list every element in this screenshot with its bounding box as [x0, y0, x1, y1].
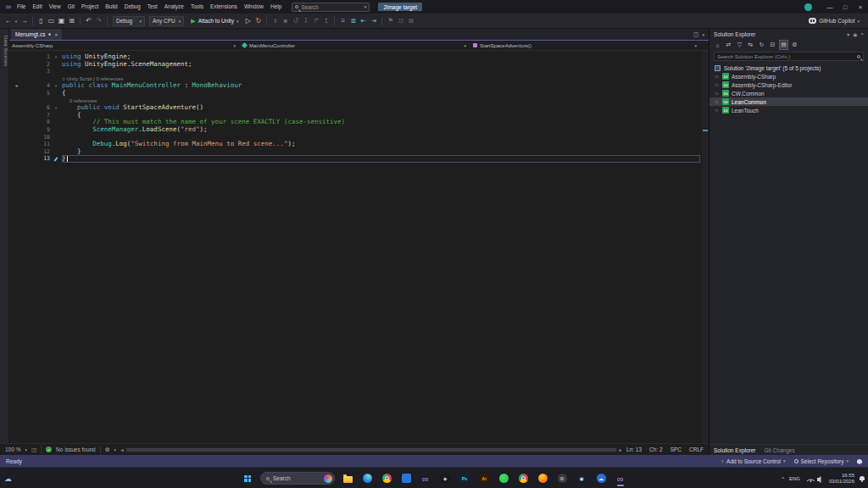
horizontal-scrollbar[interactable]: ◀ ▶ — [120, 447, 622, 452]
code-text[interactable] — [62, 68, 700, 75]
minimize-button[interactable]: — — [822, 0, 837, 14]
expand-chevron-icon[interactable]: ▷ — [715, 91, 720, 96]
chevron-down-icon[interactable]: ▾ — [14, 15, 19, 26]
step-over-icon[interactable]: ↱ — [311, 15, 320, 26]
document-outline-icon[interactable]: ◫ — [31, 446, 36, 453]
tab-menumgt-cs[interactable]: Menumgt.cs × — [11, 29, 62, 40]
code-text[interactable]: } — [62, 148, 700, 156]
step-out-icon[interactable]: ↥ — [321, 15, 331, 26]
fold-marker[interactable]: ▾ — [50, 104, 62, 112]
fold-marker[interactable]: ▾ — [50, 82, 62, 90]
tree-item-leantouch[interactable]: ▷C#LeanTouch — [709, 106, 868, 114]
menu-view[interactable]: View — [46, 0, 64, 14]
project-dropdown[interactable]: Assembly-CSharp ▾ — [12, 43, 242, 48]
expand-chevron-icon[interactable]: ▷ — [715, 82, 720, 87]
find-in-files-icon[interactable]: ≡ — [338, 15, 348, 26]
member-dropdown[interactable]: StartSpaceAdventure() ▾ — [473, 43, 704, 48]
type-dropdown[interactable]: MainMenuController ▾ — [242, 43, 473, 48]
health-status[interactable]: No issues found — [56, 446, 96, 452]
vscode-icon[interactable] — [399, 471, 413, 486]
firefox-icon[interactable] — [536, 471, 549, 486]
menu-window[interactable]: Window — [241, 0, 267, 14]
column-indicator[interactable]: Ch: 2 — [649, 446, 663, 452]
attach-to-unity-button[interactable]: ▶Attach to Unity▾ — [186, 18, 242, 25]
filter-icon[interactable]: ▽ — [736, 41, 743, 49]
expand-chevron-icon[interactable]: ▷ — [715, 99, 720, 104]
visual-studio-icon[interactable]: ∞ — [419, 471, 432, 486]
redo-icon[interactable]: ↷ — [94, 15, 103, 26]
new-file-icon[interactable]: ▯ — [36, 15, 46, 26]
undo-icon[interactable]: ↶ — [84, 15, 93, 26]
document-well-options-icon[interactable]: ▾ — [702, 32, 704, 37]
save-icon[interactable]: ▣ — [57, 15, 66, 26]
comment-selection-icon[interactable]: ⊡ — [396, 15, 405, 26]
select-repository-button[interactable]: Select Repository ▾ — [794, 458, 849, 464]
start-without-debugging-icon[interactable]: ▷ — [243, 15, 253, 26]
settings-gear-icon[interactable]: ⚙ — [555, 471, 569, 486]
github-copilot-button[interactable]: GitHub Copilot ▾ — [809, 18, 865, 24]
decrease-indent-icon[interactable]: ⇤ — [359, 15, 368, 26]
expand-chevron-icon[interactable]: ▷ — [715, 74, 720, 79]
solution-explorer-search[interactable]: Search Solution Explorer (Ctrl+;) — [714, 52, 864, 61]
file-explorer-icon[interactable] — [341, 471, 354, 486]
show-hidden-icons-chevron[interactable]: ^ — [782, 476, 784, 481]
break-all-icon[interactable]: ‖ — [270, 15, 280, 26]
language-indicator[interactable]: ENG — [789, 476, 800, 481]
unity-message-icon[interactable]: ◈ — [15, 82, 19, 90]
steam-icon[interactable]: ◉ — [575, 471, 588, 486]
data-sources-tab[interactable]: Data Sources — [0, 29, 9, 443]
fold-marker[interactable]: ▾ — [50, 53, 62, 61]
pin-icon[interactable]: ◉ — [853, 31, 857, 37]
navigate-backward-icon[interactable]: ← — [3, 15, 13, 26]
notifications-bell-icon[interactable] — [860, 476, 865, 480]
visual-studio-running-icon[interactable]: ∞ — [614, 471, 627, 486]
restart-icon[interactable]: ↺ — [291, 15, 300, 26]
menu-debug[interactable]: Debug — [121, 0, 144, 14]
stop-debugging-icon[interactable]: ■ — [281, 15, 290, 26]
zoom-control[interactable]: 100 % — [5, 446, 20, 452]
close-button[interactable]: × — [853, 0, 868, 14]
menu-edit[interactable]: Edit — [29, 0, 45, 14]
taskbar-search[interactable]: Search — [260, 472, 335, 485]
step-into-icon[interactable]: ↧ — [301, 15, 310, 26]
line-indicator[interactable]: Ln: 13 — [626, 446, 642, 452]
menu-test[interactable]: Test — [144, 0, 161, 14]
indent-mode-indicator[interactable]: SPC — [670, 446, 682, 452]
scroll-right-icon[interactable]: ▶ — [619, 447, 622, 452]
scrollbar-track[interactable] — [125, 447, 617, 452]
solution-platforms-dropdown[interactable]: Any CPU▾ — [149, 16, 184, 26]
close-icon[interactable]: × — [860, 31, 864, 37]
tree-item-solution[interactable]: Solution '2image target' (5 of 5 project… — [709, 64, 868, 72]
refresh-icon[interactable]: ↻ — [758, 41, 765, 49]
pin-icon[interactable] — [48, 33, 51, 36]
maximize-button[interactable]: □ — [837, 0, 853, 14]
uncomment-selection-icon[interactable]: ⊠ — [406, 15, 415, 26]
switch-views-icon[interactable]: ⇄ — [725, 41, 732, 49]
close-tab-icon[interactable]: × — [54, 32, 58, 37]
expand-chevron-icon[interactable]: ▷ — [715, 108, 720, 113]
line-ending-indicator[interactable]: CRLF — [689, 446, 704, 452]
notifications-bell-icon[interactable] — [857, 459, 862, 463]
scroll-left-icon[interactable]: ◀ — [120, 447, 124, 452]
navigate-forward-icon[interactable]: → — [19, 15, 29, 26]
tree-item-leancommon[interactable]: ▷C#LeanCommon — [709, 97, 868, 106]
menu-analyze[interactable]: Analyze — [161, 0, 187, 14]
unity-icon[interactable]: ◈ — [438, 471, 452, 486]
panel-tab-git-changes[interactable]: Git Changes — [765, 447, 795, 453]
menu-help[interactable]: Help — [267, 0, 285, 14]
tree-item-assembly-csharp[interactable]: ▷C#Assembly-CSharp — [709, 72, 868, 80]
code-cleanup-icon[interactable]: ⚙ — [105, 446, 110, 453]
onedrive-icon[interactable]: ☁ — [594, 471, 608, 486]
navigate-to-icon[interactable]: ≣ — [348, 15, 358, 26]
code-text[interactable]: SceneManager.LoadScene("red"); — [62, 126, 700, 134]
bookmark-icon[interactable]: ⚑ — [386, 15, 395, 26]
open-file-icon[interactable]: ▭ — [47, 15, 56, 26]
quick-actions-icon[interactable] — [53, 157, 58, 162]
chrome-icon[interactable] — [380, 471, 393, 486]
code-text[interactable]: { — [62, 90, 700, 97]
whatsapp-icon[interactable] — [497, 471, 510, 486]
menu-extensions[interactable]: Extensions — [207, 0, 241, 14]
code-text[interactable]: } — [62, 155, 700, 163]
code-editor[interactable]: 1▾using UnityEngine;2using UnityEngine.S… — [0, 51, 709, 443]
increase-indent-icon[interactable]: ⇥ — [369, 15, 378, 26]
